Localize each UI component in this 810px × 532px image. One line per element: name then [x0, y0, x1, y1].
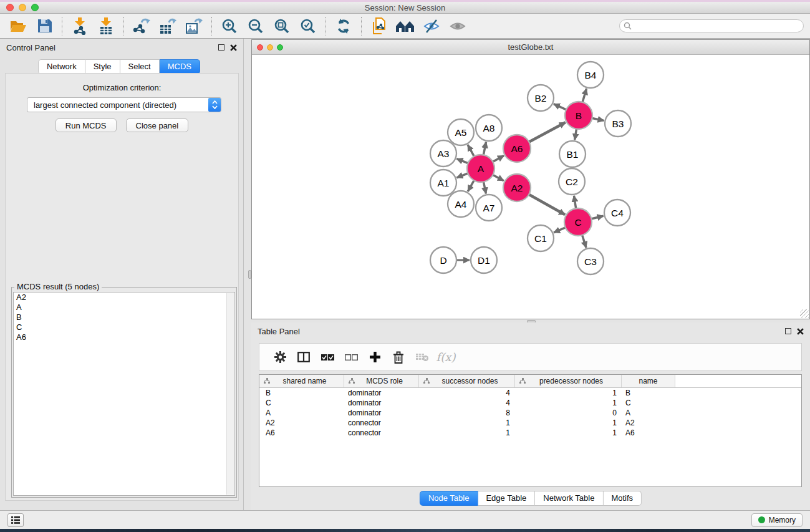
- close-table-panel-icon[interactable]: [797, 328, 804, 335]
- cell[interactable]: B: [259, 389, 344, 397]
- cell[interactable]: 8: [419, 409, 515, 417]
- zoom-selected-button[interactable]: [295, 16, 321, 37]
- function-builder-button[interactable]: f(x): [434, 346, 458, 369]
- node-label-A4: A4: [455, 199, 467, 210]
- cell[interactable]: C: [259, 399, 344, 407]
- deselect-all-button[interactable]: [339, 346, 363, 369]
- cell[interactable]: 4: [419, 399, 515, 407]
- table-row[interactable]: Adominator80A: [259, 408, 801, 418]
- add-row-button[interactable]: [363, 346, 387, 369]
- result-item-a6[interactable]: A6: [14, 332, 234, 342]
- show-all-button[interactable]: [445, 16, 471, 37]
- column-header-successor-nodes[interactable]: successor nodes: [419, 375, 515, 387]
- close-panel-button[interactable]: Close panel: [126, 118, 189, 132]
- cell[interactable]: A2: [259, 418, 344, 427]
- tab-node-table[interactable]: Node Table: [420, 491, 478, 506]
- cell[interactable]: 1: [419, 428, 515, 437]
- run-mcds-button[interactable]: Run MCDS: [55, 118, 117, 132]
- table-row[interactable]: Cdominator41C: [259, 398, 801, 408]
- criterion-select[interactable]: largest connected component (directed): [27, 97, 221, 112]
- node-label-C3: C3: [584, 256, 597, 267]
- new-network-from-selection-button[interactable]: [366, 16, 392, 37]
- tab-style[interactable]: Style: [85, 59, 120, 74]
- table-row[interactable]: A2connector11A2: [259, 418, 801, 428]
- cell[interactable]: 4: [419, 389, 515, 397]
- column-header-name[interactable]: name: [622, 375, 675, 387]
- float-panel-icon[interactable]: [218, 44, 224, 51]
- export-image-icon: [185, 17, 203, 35]
- result-item-c[interactable]: C: [14, 322, 234, 332]
- cell[interactable]: dominator: [344, 399, 419, 407]
- network-canvas[interactable]: B4B2BB3B1A5A8A6A3AA1A2C2A4A7C4CC1C3DD1: [252, 55, 809, 319]
- memory-button[interactable]: Memory: [751, 513, 803, 527]
- cell[interactable]: 1: [515, 389, 622, 397]
- import-network-button[interactable]: [67, 16, 93, 37]
- column-selector-button[interactable]: [292, 346, 316, 369]
- zoom-fit-icon: [274, 18, 290, 34]
- export-network-button[interactable]: [128, 16, 155, 37]
- network-graph: B4B2BB3B1A5A8A6A3AA1A2C2A4A7C4CC1C3DD1: [252, 55, 809, 319]
- zoom-fit-button[interactable]: [269, 16, 295, 37]
- tab-mcds[interactable]: MCDS: [160, 59, 200, 74]
- save-floppy-icon: [37, 19, 52, 33]
- select-all-button[interactable]: [316, 346, 339, 369]
- cell[interactable]: 1: [515, 399, 622, 407]
- result-item-a[interactable]: A: [14, 302, 234, 312]
- search-input[interactable]: [619, 19, 804, 32]
- apply-layout-button[interactable]: [330, 16, 357, 37]
- delete-table-button[interactable]: [410, 346, 434, 369]
- cell[interactable]: 0: [515, 409, 622, 417]
- first-neighbors-button[interactable]: [392, 16, 418, 37]
- zoom-in-button[interactable]: [216, 16, 243, 37]
- vertical-splitter-handle[interactable]: [248, 270, 251, 279]
- import-table-button[interactable]: [93, 16, 119, 37]
- zoom-in-icon: [221, 18, 238, 34]
- fx-icon: f(x): [436, 351, 456, 364]
- cell[interactable]: dominator: [344, 409, 419, 417]
- result-scrollbar[interactable]: [226, 293, 234, 495]
- table-row[interactable]: A6connector11A6: [259, 428, 801, 438]
- tab-network-table[interactable]: Network Table: [535, 491, 603, 506]
- cell[interactable]: A2: [622, 418, 675, 427]
- gear-icon: [274, 351, 286, 363]
- result-item-a2[interactable]: A2: [14, 293, 234, 302]
- open-session-button[interactable]: [5, 16, 31, 37]
- cell[interactable]: connector: [344, 428, 419, 437]
- toolbar-separator: [361, 17, 362, 36]
- cell[interactable]: A: [259, 409, 344, 417]
- float-table-panel-icon[interactable]: [785, 328, 791, 334]
- column-header-predecessor-nodes[interactable]: predecessor nodes: [515, 375, 622, 387]
- cell[interactable]: A6: [622, 428, 675, 437]
- delete-row-button[interactable]: [387, 346, 410, 369]
- network-list-button[interactable]: [7, 513, 24, 527]
- result-item-b[interactable]: B: [14, 312, 234, 322]
- window-resize-grip[interactable]: [800, 309, 809, 318]
- cell[interactable]: 1: [419, 418, 515, 427]
- column-header-mcds-role[interactable]: MCDS role: [344, 375, 419, 387]
- cell[interactable]: A6: [259, 428, 344, 437]
- close-panel-icon[interactable]: [230, 44, 237, 51]
- export-network-icon: [133, 17, 150, 35]
- tab-edge-table[interactable]: Edge Table: [478, 491, 535, 506]
- tab-network[interactable]: Network: [38, 59, 85, 74]
- cell[interactable]: 1: [515, 428, 622, 437]
- save-session-button[interactable]: [31, 16, 57, 37]
- select-stepper-icon: [208, 98, 221, 112]
- hide-selected-button[interactable]: [418, 16, 445, 37]
- memory-status-dot: [758, 516, 765, 523]
- cell[interactable]: B: [622, 389, 675, 397]
- cell[interactable]: dominator: [344, 389, 419, 397]
- zoom-out-button[interactable]: [243, 16, 269, 37]
- cell[interactable]: C: [622, 399, 675, 407]
- cell[interactable]: A: [622, 409, 675, 417]
- table-row[interactable]: Bdominator41B: [259, 388, 801, 398]
- export-table-button[interactable]: [155, 16, 181, 37]
- column-header-shared-name[interactable]: shared name: [259, 375, 344, 387]
- export-image-button[interactable]: [181, 16, 207, 37]
- cell[interactable]: connector: [344, 418, 419, 427]
- plus-icon: [370, 352, 380, 362]
- tab-select[interactable]: Select: [120, 59, 160, 74]
- table-options-button[interactable]: [268, 346, 292, 369]
- cell[interactable]: 1: [515, 418, 622, 427]
- tab-motifs[interactable]: Motifs: [603, 491, 642, 506]
